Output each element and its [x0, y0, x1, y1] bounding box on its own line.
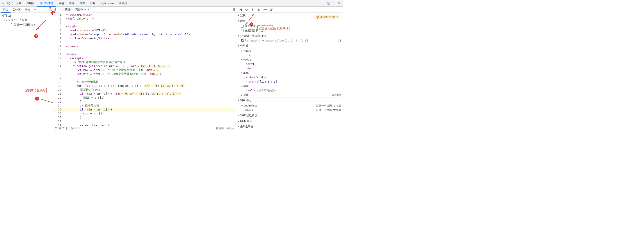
device-toggle-icon[interactable]: [6, 1, 12, 6]
bp-pause-uncaught[interactable]: 遇到未捕获的异常时暂停: [236, 24, 342, 28]
bp-entry[interactable]: let newArr = getArrValue([1, 3, 5, 7, 9]…: [236, 38, 342, 43]
close-devtools-icon[interactable]: [336, 1, 342, 6]
tab-elements[interactable]: 元素: [13, 0, 24, 7]
tree-top-label: top: [8, 14, 12, 17]
cloud-icon: [6, 19, 10, 22]
callstack-frame-0[interactable]: ➔ getArrValue 新建一个页面.html:25: [236, 103, 342, 108]
tab-performance[interactable]: 性能: [67, 0, 77, 7]
svg-marker-29: [265, 9, 266, 10]
svg-rect-12: [55, 8, 56, 11]
editor-tab[interactable]: <> 新建一个页面.html ×: [59, 7, 92, 13]
cursor-position: 第 25 行，第 9 列: [59, 127, 79, 130]
scope-local[interactable]: ▼本地: [236, 71, 342, 75]
html-file-icon: <>: [240, 34, 243, 37]
tab-network[interactable]: 网络: [56, 0, 67, 7]
scope-var-arr[interactable]: ▶arr: (5) [1, 3, 5, 7, 9]: [236, 79, 342, 84]
annotation-badge-2: 2: [34, 34, 38, 38]
svg-rect-2: [9, 3, 10, 5]
brackets-icon[interactable]: { }: [55, 127, 57, 130]
tab-memory[interactable]: 内存: [77, 0, 88, 7]
editor-tab-label: 新建一个页面.html: [65, 8, 86, 12]
annotation-badge-3: 3: [35, 97, 39, 101]
bp-pause-caught[interactable]: 在遇到异常时暂停: [236, 28, 342, 33]
settings-icon[interactable]: [326, 1, 331, 6]
scope-section-header[interactable]: ▼作用域: [236, 43, 342, 48]
svg-point-24: [252, 10, 253, 11]
deactivate-breakpoints-button[interactable]: [268, 7, 274, 12]
tab-application[interactable]: 应用: [88, 0, 98, 7]
nav-tab-page[interactable]: 网页: [1, 7, 10, 13]
dom-section-header[interactable]: ▶DOM 断点: [236, 118, 342, 124]
tab-sources[interactable]: 源代码/来源: [37, 0, 56, 7]
svg-rect-7: [4, 15, 6, 17]
debug-toolbar: [236, 7, 342, 13]
scope-var-i: i: 4: [236, 53, 342, 58]
svg-rect-34: [318, 17, 318, 18]
svg-point-4: [334, 2, 334, 3]
file-tree: ▼ top ▼ 127.0.0.1:5500 新建一个页面.html: [0, 13, 53, 28]
scope-var-newarr: newArr: <没有可用的值>: [236, 88, 342, 93]
tree-origin-label: 127.0.0.1:5500: [10, 19, 28, 22]
nav-kebab-icon[interactable]: ⋮: [47, 8, 52, 11]
current-frame-icon: ➔: [241, 104, 243, 107]
html-file-icon: <>: [60, 8, 64, 11]
svg-marker-10: [36, 28, 39, 30]
step-into-button[interactable]: [250, 7, 256, 12]
coverage-label: 覆盖率：不适用: [216, 127, 234, 130]
bp-file-header[interactable]: ▼ <> 新建一个页面.html: [236, 33, 342, 38]
svg-point-30: [266, 9, 267, 10]
nav-tab-workspace[interactable]: 工作区: [10, 7, 23, 13]
tree-file[interactable]: 新建一个页面.html: [0, 22, 53, 27]
svg-marker-23: [252, 10, 254, 10]
scope-block2[interactable]: ▼代码块: [236, 58, 342, 62]
tab-lighthouse[interactable]: Lighthouse: [98, 0, 116, 7]
svg-rect-33: [317, 17, 318, 18]
svg-marker-26: [258, 9, 260, 10]
tab-recorder[interactable]: 录器器: [116, 0, 130, 7]
svg-point-3: [328, 3, 329, 4]
scope-var-max: max: 9: [236, 62, 342, 66]
editor-status-bar: { } 第 25 行，第 9 列 覆盖率：不适用: [53, 126, 236, 131]
nav-tab-overrides[interactable]: 替换: [23, 7, 32, 13]
resume-button[interactable]: [238, 7, 243, 12]
devtools-top-tabs: 元素 控制台 源代码/来源 网络 性能 内存 应用 Lighthouse 录器器: [0, 0, 342, 7]
inspect-icon[interactable]: [1, 1, 6, 6]
annotation-refresh: 加完断点要刷新: [24, 88, 47, 93]
callstack-frame-1[interactable]: （匿名） 新建一个页面.html:31: [236, 108, 342, 112]
paused-badge: 调试程序已暂停: [314, 15, 340, 20]
toggle-debugger-icon[interactable]: [230, 7, 235, 12]
callstack-section-header[interactable]: ▼调用堆栈: [236, 98, 342, 103]
file-icon: [10, 23, 13, 26]
nav-tab-more[interactable]: ≫: [32, 8, 38, 11]
close-tab-icon[interactable]: ×: [88, 8, 90, 11]
listeners-section-header[interactable]: ▶全局监听器: [236, 124, 342, 129]
svg-point-6: [334, 4, 334, 4]
tab-console[interactable]: 控制台: [24, 0, 37, 7]
svg-point-5: [334, 3, 334, 3]
scope-var-min: min: 1: [236, 66, 342, 71]
editor-panel: <> 新建一个页面.html × 1 1<!DOCTYPE html> 2<ht…: [53, 7, 236, 131]
step-out-button[interactable]: [256, 7, 262, 12]
svg-point-32: [316, 16, 319, 19]
svg-point-21: [246, 10, 247, 11]
code-editor[interactable]: 1<!DOCTYPE html> 2<html lang="en"> 3 4<h…: [53, 13, 236, 126]
xhr-section-header[interactable]: ▶XHR/提取断点: [236, 113, 342, 118]
scope-var-this[interactable]: ▶this: Window: [236, 75, 342, 79]
step-over-button[interactable]: [244, 7, 250, 12]
tree-file-label: 新建一个页面.html: [14, 23, 36, 27]
window-icon: [4, 15, 7, 17]
svg-rect-14: [234, 8, 234, 11]
debugger-panel: 调试程序已暂停 4 点击进入函数 就是 F11 ▶监视 ▼断点: [236, 7, 342, 131]
scope-global[interactable]: ▶全局Window: [236, 93, 342, 97]
step-button[interactable]: [262, 7, 268, 12]
kebab-icon[interactable]: [331, 1, 336, 6]
scope-script[interactable]: ▼脚本: [236, 84, 342, 88]
tree-top[interactable]: ▼ top: [0, 14, 53, 18]
toggle-navigator-icon[interactable]: [54, 7, 59, 12]
tree-origin[interactable]: ▼ 127.0.0.1:5500: [0, 18, 53, 22]
scope-block1[interactable]: ▼代码块: [236, 49, 342, 53]
svg-rect-19: [241, 9, 242, 11]
navigator-panel: 网页 工作区 替换 ≫ ⋮ ▼ top ▼ 127.0.0.1:5500: [0, 7, 53, 131]
